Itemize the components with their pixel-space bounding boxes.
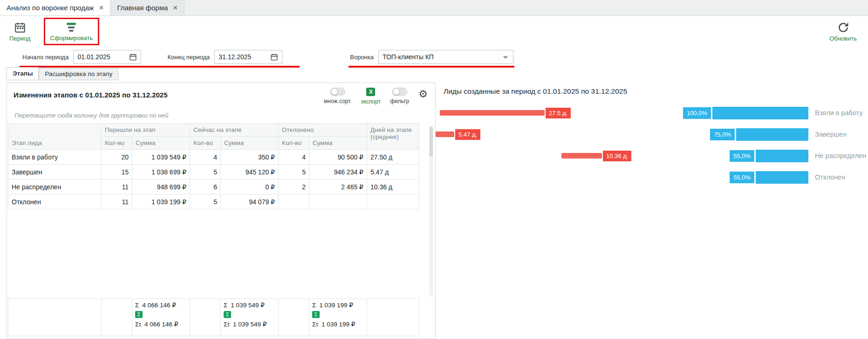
days-value-label: 5.47 д.	[455, 129, 480, 140]
sigma-symbol: Σ	[135, 302, 139, 309]
calendar-icon[interactable]	[129, 53, 137, 61]
cell-cur-sum[interactable]: 0 ₽	[221, 180, 279, 194]
cell-cur-sum[interactable]: 94 079 ₽	[221, 194, 279, 209]
cell-days[interactable]: 5.47 д	[367, 165, 419, 180]
close-icon[interactable]: ×	[173, 4, 178, 12]
multisort-label: множ.сорт.	[324, 98, 352, 104]
cell-cur-count[interactable]: 5	[190, 165, 221, 180]
view-tabs: Этапы Расшифровка по этапу	[7, 67, 118, 80]
cell-rej-count[interactable]: 5	[279, 165, 309, 180]
report-icon	[65, 21, 77, 33]
column-group-rejected[interactable]: Отклонено	[279, 124, 367, 137]
annotation-underline-funnel	[349, 66, 514, 68]
cell-stage[interactable]: Завершен	[8, 165, 102, 180]
sigma-symbol: Σ	[312, 302, 316, 309]
subheader-count[interactable]: Кол-во	[102, 137, 132, 150]
funnel-select[interactable]: ТОП-клиенты КП	[378, 50, 513, 64]
days-bar	[440, 110, 545, 116]
cell-days[interactable]	[367, 194, 419, 209]
table-empty-area	[7, 209, 435, 298]
close-icon[interactable]: ×	[99, 4, 103, 12]
tab-main-form[interactable]: Главная форма ×	[110, 0, 185, 15]
cell-rej-count[interactable]: 2	[279, 180, 309, 194]
generate-button[interactable]: Сформировать	[48, 21, 96, 42]
cell-rej-sum[interactable]	[309, 194, 367, 209]
cell-cur-sum[interactable]: 945 120 ₽	[221, 165, 279, 180]
filter-toggle[interactable]: фильтр	[390, 88, 409, 104]
start-date-input[interactable]: 01.01.2025	[73, 50, 141, 64]
column-header-days[interactable]: Дней на этапе (среднее)	[367, 124, 419, 150]
stages-panel-header: Изменения этапов с 01.01.2025 по 31.12.2…	[7, 83, 435, 105]
sigma-total-symbol: Στ	[224, 321, 230, 328]
footer-cell-rej-sum: Σ1 039 199 ₽ Σ Στ1 039 199 ₽	[309, 299, 367, 336]
tab-stages[interactable]: Этапы	[7, 67, 39, 80]
subheader-count[interactable]: Кол-во	[279, 137, 309, 150]
cell-stage[interactable]: Не распределен	[8, 180, 102, 194]
cell-in-count[interactable]: 15	[102, 165, 132, 180]
table-row[interactable]: Взяли в работу 20 1 039 549 ₽ 4 350 ₽ 4 …	[8, 150, 419, 165]
calendar-icon[interactable]	[270, 53, 278, 61]
column-group-current[interactable]: Сейчас на этапе	[190, 124, 279, 137]
scrollbar-thumb[interactable]	[430, 127, 433, 157]
cell-in-count[interactable]: 11	[102, 194, 132, 209]
cell-rej-sum[interactable]: 90 500 ₽	[309, 150, 367, 165]
tab-stage-details[interactable]: Расшифровка по этапу	[39, 68, 118, 80]
refresh-icon	[837, 21, 849, 34]
subheader-sum[interactable]: Сумма	[221, 137, 279, 150]
chart-row: 27.5 д. 100,0% Взяли в работу	[436, 106, 867, 120]
refresh-button[interactable]: Обновить	[827, 21, 860, 42]
subheader-sum[interactable]: Сумма	[309, 137, 367, 150]
total-value: 1 039 549 ₽	[231, 301, 264, 309]
subheader-sum[interactable]: Сумма	[132, 137, 190, 150]
cell-rej-sum[interactable]: 946 234 ₽	[309, 165, 367, 180]
days-chart-cell	[436, 170, 655, 184]
multisort-toggle[interactable]: множ.сорт.	[324, 88, 352, 104]
tab-funnel-analysis[interactable]: Анализ по воронке продаж ×	[0, 0, 110, 15]
cell-days[interactable]: 10.36 д	[367, 180, 419, 194]
stages-table: Этап лида Перешли на этап Сейчас на этап…	[8, 123, 419, 209]
conversion-chart-cell: 55,0%	[655, 170, 808, 184]
cell-rej-sum[interactable]: 2 465 ₽	[309, 180, 367, 194]
days-bar	[561, 153, 602, 159]
cell-in-sum[interactable]: 1 039 549 ₽	[132, 150, 190, 165]
cell-stage[interactable]: Отклонен	[8, 194, 102, 209]
stages-panel: Изменения этапов с 01.01.2025 по 31.12.2…	[7, 83, 436, 339]
table-row[interactable]: Завершен 15 1 038 699 ₽ 5 945 120 ₽ 5 94…	[8, 165, 419, 180]
calendar-icon	[14, 21, 26, 34]
cell-cur-count[interactable]: 6	[190, 180, 221, 194]
column-header-stage[interactable]: Этап лида	[8, 124, 102, 150]
cell-rej-count[interactable]	[279, 194, 309, 209]
cell-in-sum[interactable]: 1 039 199 ₽	[132, 194, 190, 209]
grid-controls: множ.сорт. X экспорт фильтр ⚙	[324, 88, 428, 105]
cell-in-sum[interactable]: 948 699 ₽	[132, 180, 190, 194]
vertical-scrollbar[interactable]	[429, 126, 433, 296]
cell-cur-count[interactable]: 5	[190, 194, 221, 209]
table-row[interactable]: Отклонен 11 1 039 199 ₽ 5 94 079 ₽	[8, 194, 419, 209]
cell-in-count[interactable]: 20	[102, 150, 132, 165]
cell-cur-count[interactable]: 4	[190, 150, 221, 165]
settings-gear-icon[interactable]: ⚙	[418, 88, 428, 100]
cell-in-count[interactable]: 11	[102, 180, 132, 194]
table-row[interactable]: Не распределен 11 948 699 ₽ 6 0 ₽ 2 2 46…	[8, 180, 419, 194]
filter-row: Начало периода 01.01.2025 Конец периода …	[0, 47, 868, 67]
grouping-hint: Перетащите сюда колонку для группировки …	[7, 105, 435, 123]
subheader-count[interactable]: Кол-во	[190, 137, 221, 150]
export-button[interactable]: X экспорт	[361, 88, 381, 105]
cell-stage[interactable]: Взяли в работу	[8, 150, 102, 165]
period-button[interactable]: Период	[7, 21, 34, 42]
cell-in-sum[interactable]: 1 038 699 ₽	[132, 165, 190, 180]
sigma-symbol: Σ	[224, 302, 227, 309]
cell-cur-sum[interactable]: 350 ₽	[221, 150, 279, 165]
tab-title: Главная форма	[117, 4, 168, 12]
column-group-entered[interactable]: Перешли на этап	[102, 124, 190, 137]
cell-rej-count[interactable]: 4	[279, 150, 309, 165]
footer-cell-in-sum: Σ4 066 146 ₽ Σ Στ4 066 146 ₽	[132, 299, 190, 336]
total-value: 4 066 146 ₽	[142, 301, 176, 309]
cell-days[interactable]: 27.50 д	[367, 150, 419, 165]
toggle-track	[330, 88, 345, 96]
end-date-input[interactable]: 31.12.2025	[214, 50, 282, 64]
footer-cell-empty	[102, 299, 132, 336]
days-chart-cell: 10.36 д.	[436, 149, 655, 163]
start-date-label: Начало периода	[22, 54, 68, 61]
conversion-chart-cell: 55,0%	[655, 149, 808, 163]
